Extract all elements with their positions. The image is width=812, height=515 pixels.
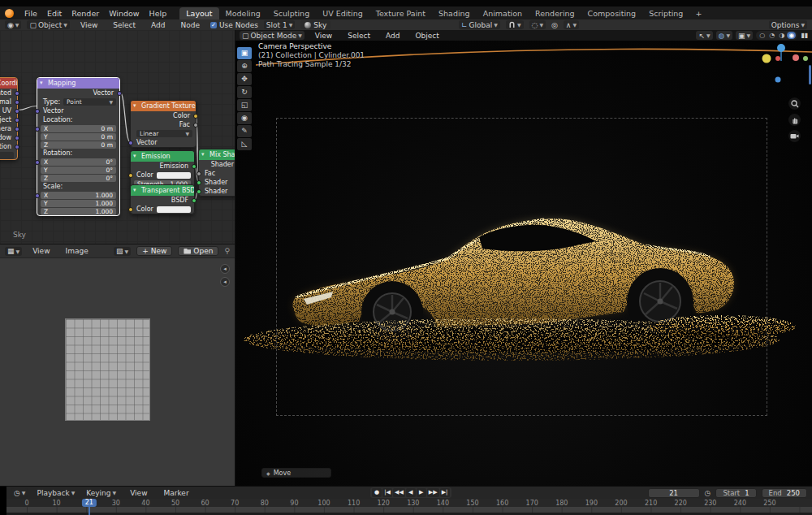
material-shading[interactable]: ◑	[777, 32, 786, 39]
annotate-tool[interactable]: ✎	[237, 125, 252, 137]
add-workspace-button[interactable]: +	[689, 9, 707, 18]
viewport-canvas[interactable]: Camera Perspective (21) Collection | Cyl…	[235, 41, 812, 486]
image-menu-view[interactable]: View	[28, 247, 54, 255]
socket[interactable]	[15, 109, 19, 114]
vp-menu-add[interactable]: Add	[381, 32, 404, 40]
menu-file[interactable]: File	[19, 9, 42, 18]
gradient-texture-node[interactable]: Gradient TextureColorFacLinear▼Vector	[130, 100, 197, 148]
overlays-dropdown[interactable]: ◍▼	[716, 31, 732, 40]
socket[interactable]	[15, 91, 19, 96]
color-swatch[interactable]	[157, 172, 191, 179]
xray-dropdown[interactable]: ▣▼	[736, 31, 753, 40]
material-selector[interactable]: Sky	[300, 20, 330, 29]
socket[interactable]	[128, 141, 133, 145]
editor-type-dropdown[interactable]: ◉▼	[5, 20, 21, 29]
transform-tool[interactable]: ◉	[237, 112, 252, 124]
workspace-tab-rendering[interactable]: Rendering	[529, 7, 581, 19]
socket[interactable]	[35, 160, 40, 165]
move-tool[interactable]: ✥	[237, 73, 252, 85]
socket[interactable]	[193, 123, 198, 128]
node-value-field[interactable]: Y0°	[41, 167, 116, 174]
transparent-bsdf-node[interactable]: Transparent BSDFBSDFColor	[130, 184, 195, 214]
play-button[interactable]: ▶	[417, 488, 426, 497]
blender-logo-icon[interactable]	[5, 9, 14, 18]
socket[interactable]	[197, 171, 201, 176]
socket[interactable]	[15, 100, 19, 105]
socket[interactable]	[128, 207, 133, 212]
mapping-node[interactable]: MappingVectorType:Point▼VectorLocation:X…	[37, 77, 120, 216]
shader-menu-node[interactable]: Node	[176, 21, 205, 29]
jump-to-end-button[interactable]: ▶|	[440, 488, 450, 497]
pan-view-button[interactable]	[788, 114, 801, 126]
new-image-button[interactable]: +New	[136, 246, 172, 256]
timeline-menu-view[interactable]: View	[125, 489, 152, 497]
start-frame-field[interactable]: Start1	[715, 488, 756, 498]
jump-to-start-button[interactable]: |◀	[382, 488, 392, 497]
node-enum-dropdown[interactable]: Linear▼	[136, 130, 192, 137]
transform-orientation-dropdown[interactable]: ∟Global▼	[459, 20, 500, 29]
workspace-tab-shading[interactable]: Shading	[432, 7, 477, 19]
play-reverse-button[interactable]: ◀	[406, 488, 416, 497]
open-image-button[interactable]: Open	[178, 246, 218, 256]
end-frame-field[interactable]: End250	[762, 488, 807, 498]
keying-dropdown[interactable]: Keying▼	[84, 488, 119, 497]
playback-dropdown[interactable]: Playback▼	[34, 488, 77, 497]
workspace-tab-texture-paint[interactable]: Texture Paint	[369, 7, 432, 19]
record-button[interactable]: ●	[372, 488, 382, 497]
workspace-tab-scripting[interactable]: Scripting	[642, 7, 689, 19]
texture-coordinate-node[interactable]: Texture CoordinateGeneratedNormalUVObjec…	[0, 77, 18, 160]
socket[interactable]	[128, 173, 133, 178]
menu-edit[interactable]: Edit	[42, 9, 67, 18]
toggle-sidebar-button[interactable]: ◂	[220, 264, 230, 274]
socket[interactable]	[192, 164, 197, 169]
socket[interactable]	[15, 145, 19, 149]
node-header[interactable]: Mapping	[37, 78, 119, 89]
eyedropper-field[interactable]: ⌁	[0, 152, 14, 159]
vp-menu-select[interactable]: Select	[343, 32, 375, 40]
wireframe-shading[interactable]: ○	[758, 32, 767, 39]
socket[interactable]	[15, 136, 19, 141]
frame-ruler[interactable]: 0103040506070809010011012013014015016017…	[0, 499, 812, 507]
gizmo-dropdown[interactable]: ↖▼	[696, 31, 712, 40]
socket[interactable]	[35, 193, 40, 198]
workspace-tab-modeling[interactable]: Modeling	[219, 7, 267, 19]
socket[interactable]	[192, 198, 197, 203]
node-value-field[interactable]: Z1.000	[41, 208, 116, 215]
object-shader-mode-dropdown[interactable]: ▢Object▼	[27, 20, 69, 29]
workspace-tab-sculpting[interactable]: Sculpting	[267, 7, 316, 19]
menu-render[interactable]: Render	[67, 9, 104, 18]
mix-shader-node[interactable]: Mix ShaderShaderFacShaderShader	[198, 149, 235, 197]
viewport-scrollbar[interactable]	[809, 65, 811, 84]
node-value-field[interactable]: X1.000	[41, 192, 116, 199]
socket[interactable]	[15, 118, 19, 123]
image-browse-dropdown[interactable]: ▧▼	[114, 247, 131, 256]
socket[interactable]	[35, 109, 40, 114]
socket[interactable]	[197, 189, 201, 194]
options-dropdown[interactable]: Options▼	[769, 20, 807, 29]
cursor-tool[interactable]: ⊕	[237, 60, 252, 72]
node-header[interactable]: Texture Coordinate	[0, 78, 17, 89]
timecode-clock-icon[interactable]: ◷	[705, 489, 711, 497]
zoom-view-button[interactable]	[788, 97, 801, 110]
shader-menu-add[interactable]: Add	[146, 21, 170, 29]
node-header[interactable]: Transparent BSDF	[131, 185, 194, 196]
mode-dropdown[interactable]: ▢Object Mode▼	[240, 31, 304, 40]
playhead-line[interactable]	[89, 506, 90, 515]
workspace-tab-compositing[interactable]: Compositing	[581, 7, 643, 19]
emission-node[interactable]: EmissionEmissionColorStrength1.000	[130, 150, 195, 188]
timeline-ruler[interactable]: 0103040506070809010011012013014015016017…	[0, 499, 812, 515]
slot-dropdown[interactable]: Slot 1▼	[264, 20, 295, 29]
workspace-tab-uv-editing[interactable]: UV Editing	[316, 7, 369, 19]
solid-shading[interactable]: ◔	[767, 32, 776, 39]
shader-menu-view[interactable]: View	[76, 21, 102, 29]
socket[interactable]	[117, 91, 122, 96]
pause-render-button[interactable]: ▮▮	[801, 32, 808, 39]
pin-icon[interactable]: ⚲	[224, 247, 230, 255]
proportional-falloff-dropdown[interactable]: ∧▼	[564, 20, 579, 29]
menu-window[interactable]: Window	[104, 9, 144, 18]
node-value-field[interactable]: Y1.000	[41, 200, 116, 207]
move-operator-panel[interactable]: ◆ Move	[261, 468, 331, 478]
select-box-tool[interactable]: ▣	[237, 47, 252, 59]
image-editor-body[interactable]: ◂ ◂	[0, 258, 235, 486]
node-header[interactable]: Mix Shader	[199, 149, 235, 160]
